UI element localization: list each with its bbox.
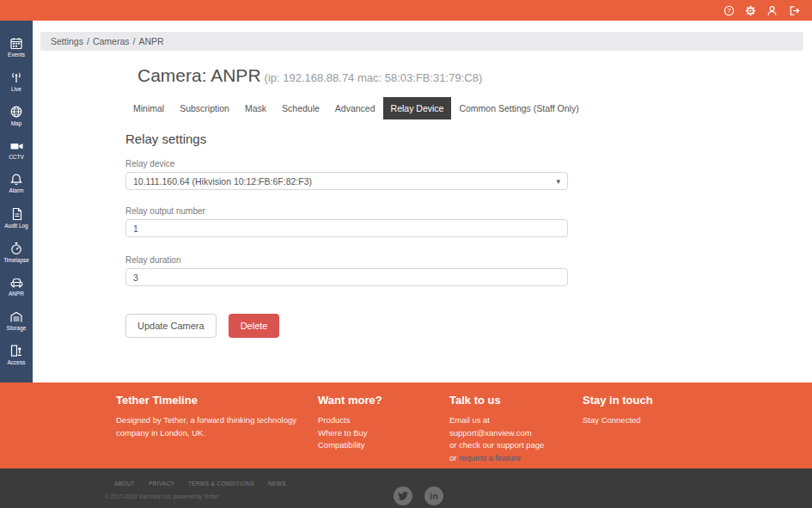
sidebar-item-live[interactable]: Live bbox=[0, 71, 33, 92]
sidebar-item-label: Timelapse bbox=[3, 257, 29, 263]
footer-col-want-more: Want more? Products Where to Buy Compati… bbox=[318, 394, 438, 452]
breadcrumb-settings[interactable]: Settings bbox=[51, 36, 83, 46]
sidebar-item-storage[interactable]: Storage bbox=[0, 310, 33, 331]
sidebar-item-anpr[interactable]: ANPR bbox=[0, 276, 33, 297]
sidebar-item-alarm[interactable]: Alarm bbox=[0, 173, 33, 193]
relay-device-select[interactable]: 10.111.160.64 (Hikvision 10:12:FB:6F:82:… bbox=[125, 172, 568, 190]
footer-link-products[interactable]: Products bbox=[318, 414, 438, 427]
sidebar-item-map[interactable]: Map bbox=[0, 105, 33, 126]
relay-output-label: Relay output number bbox=[125, 206, 568, 216]
relay-duration-label: Relay duration bbox=[125, 255, 568, 265]
footer-link-where-to-buy[interactable]: Where to Buy bbox=[318, 427, 438, 440]
footer-email-intro: Email us at bbox=[449, 414, 578, 427]
twitter-button[interactable] bbox=[394, 487, 412, 505]
sidebar-item-timelapse[interactable]: Timelapse bbox=[0, 242, 33, 263]
sidebar-item-label: CCTV bbox=[9, 154, 24, 160]
main-content: Settings / Cameras / ANPR Camera: ANPR(i… bbox=[33, 21, 812, 383]
sidebar-item-label: ANPR bbox=[9, 291, 24, 297]
footer-description: Designed by Tether, a forward thinking t… bbox=[116, 414, 318, 439]
relay-device-label: Relay device bbox=[125, 159, 568, 168]
tab-bar: Minimal Subscription Mask Schedule Advan… bbox=[125, 97, 568, 119]
sidebar-item-label: Storage bbox=[7, 325, 27, 331]
delete-button[interactable]: Delete bbox=[229, 314, 280, 338]
sidebar-item-label: Events bbox=[8, 52, 25, 58]
tab-common-settings[interactable]: Common Settings (Staff Only) bbox=[451, 97, 586, 119]
footer-title: Stay in touch bbox=[583, 394, 711, 407]
footer-email-link[interactable]: support@xanview.com bbox=[449, 427, 578, 440]
relay-duration-input[interactable] bbox=[125, 268, 568, 286]
car-icon bbox=[9, 276, 24, 289]
stopwatch-icon bbox=[9, 242, 23, 255]
tab-schedule[interactable]: Schedule bbox=[274, 97, 327, 119]
sidebar-item-label: Alarm bbox=[9, 187, 24, 193]
linkedin-icon: in bbox=[430, 491, 438, 501]
breadcrumb: Settings / Cameras / ANPR bbox=[40, 32, 803, 51]
door-person-icon bbox=[9, 344, 23, 358]
bottom-link-privacy[interactable]: PRIVACY bbox=[149, 480, 174, 487]
sidebar-item-cctv[interactable]: CCTV bbox=[0, 140, 33, 160]
page-title: Camera: ANPR bbox=[137, 65, 261, 85]
sidebar-item-audit-log[interactable]: Audit Log bbox=[0, 207, 33, 229]
bell-icon bbox=[9, 173, 23, 186]
sidebar-item-events[interactable]: Events bbox=[0, 37, 33, 58]
document-icon bbox=[10, 207, 23, 221]
sidebar-item-label: Map bbox=[11, 120, 22, 126]
video-camera-icon bbox=[9, 140, 24, 152]
breadcrumb-separator: / bbox=[132, 36, 135, 46]
user-icon[interactable] bbox=[766, 5, 778, 16]
settings-icon[interactable] bbox=[745, 5, 756, 16]
footer-link-compatibility[interactable]: Compatibility bbox=[318, 439, 438, 452]
relay-device-value: 10.111.160.64 (Hikvision 10:12:FB:6F:82:… bbox=[133, 176, 312, 187]
footer-title: Tether Timeline bbox=[116, 394, 318, 407]
breadcrumb-cameras[interactable]: Cameras bbox=[93, 36, 130, 46]
help-icon[interactable]: ? bbox=[723, 5, 735, 16]
linkedin-button[interactable]: in bbox=[424, 487, 443, 505]
bottom-links: ABOUT PRIVACY TERMS & CONDITIONS NEWS bbox=[114, 480, 286, 487]
bottom-link-about[interactable]: ABOUT bbox=[114, 480, 135, 487]
sidebar-item-label: Live bbox=[11, 86, 21, 92]
footer-or-text: or bbox=[449, 453, 459, 462]
tab-relay-device[interactable]: Relay Device bbox=[383, 97, 452, 119]
sidebar-item-label: Audit Log bbox=[4, 223, 27, 229]
broadcast-icon bbox=[9, 71, 23, 84]
footer-col-talk-to-us: Talk to us Email us at support@xanview.c… bbox=[449, 394, 578, 465]
footer-support-page-text: or check our support page bbox=[449, 439, 578, 452]
caret-down-icon: ▾ bbox=[556, 177, 560, 186]
svg-text:?: ? bbox=[727, 7, 730, 15]
relay-output-input[interactable] bbox=[125, 219, 568, 237]
garage-icon bbox=[9, 310, 23, 323]
tab-advanced[interactable]: Advanced bbox=[327, 97, 383, 119]
bottom-link-news[interactable]: NEWS bbox=[268, 480, 286, 487]
update-camera-button[interactable]: Update Camera bbox=[125, 314, 217, 338]
page-subtitle: (ip: 192.168.88.74 mac: 58:03:FB:31:79:C… bbox=[265, 71, 483, 84]
sidebar-item-label: Access bbox=[8, 359, 26, 365]
sidebar-item-access[interactable]: Access bbox=[0, 344, 33, 365]
footer-title: Want more? bbox=[318, 394, 438, 407]
section-title: Relay settings bbox=[125, 132, 568, 146]
tab-subscription[interactable]: Subscription bbox=[172, 97, 237, 119]
logout-icon[interactable] bbox=[788, 5, 800, 16]
footer-col-stay-in-touch: Stay in touch Stay Connected bbox=[583, 394, 711, 427]
footer: Tether Timeline Designed by Tether, a fo… bbox=[0, 383, 812, 468]
breadcrumb-current: ANPR bbox=[138, 36, 163, 46]
top-bar: ? bbox=[0, 0, 812, 21]
footer-stay-connected: Stay Connected bbox=[583, 414, 711, 427]
copyright-text: © 2017-2019 XanView Ltd, powered by Teth… bbox=[105, 493, 219, 499]
bottom-link-terms[interactable]: TERMS & CONDITIONS bbox=[188, 480, 254, 487]
calendar-icon bbox=[9, 37, 23, 50]
twitter-icon bbox=[398, 491, 408, 501]
breadcrumb-separator: / bbox=[87, 36, 89, 46]
footer-title: Talk to us bbox=[449, 394, 578, 407]
tab-minimal[interactable]: Minimal bbox=[125, 97, 172, 119]
tab-mask[interactable]: Mask bbox=[237, 97, 274, 119]
sidebar: Events Live Map CCTV Alarm bbox=[0, 21, 33, 383]
social-icons: in bbox=[394, 487, 443, 505]
footer-request-feature-link[interactable]: request a feature bbox=[459, 453, 521, 462]
globe-icon bbox=[9, 105, 23, 119]
footer-col-tether-timeline: Tether Timeline Designed by Tether, a fo… bbox=[116, 394, 318, 439]
